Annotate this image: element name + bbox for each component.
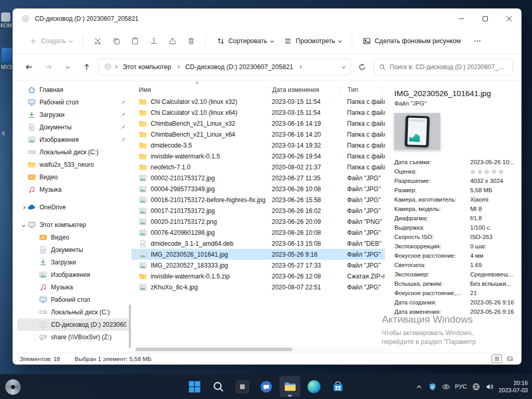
tray-chevron-icon[interactable] <box>415 382 423 391</box>
file-row[interactable]: neofetch-7.1.02020-08-02 21:37Папка с фа… <box>131 162 385 172</box>
taskbar-store-button[interactable] <box>327 376 348 397</box>
file-row[interactable]: invisible-watermark-0.1.52023-06-26 19:5… <box>131 151 385 162</box>
desktop-icon-label: МУЗ <box>1 64 12 70</box>
taskbar-explorer-button[interactable] <box>280 376 300 397</box>
sidebar-item-label: Документы <box>51 246 126 254</box>
file-row[interactable]: invisible-watermark-0.1.5.zip2023-06-26 … <box>131 271 385 282</box>
breadcrumb-separator-icon <box>114 65 117 69</box>
image-icon <box>139 207 147 215</box>
sidebar-item[interactable]: share (\\VBoxSvr) (Z:) <box>17 331 129 343</box>
sidebar-item[interactable]: Видео <box>17 231 129 244</box>
sidebar-item[interactable]: waifu2x_533_neuro <box>17 158 129 171</box>
taskbar-clock[interactable]: 20:16 2023-07-03 <box>499 379 528 394</box>
sidebar-item[interactable]: Этот компьютер <box>17 219 129 231</box>
start-button[interactable] <box>184 376 205 397</box>
file-row[interactable]: zKhuXo_8c-k.jpg2020-08-07 22:51Файл "JPG… <box>131 282 385 292</box>
address-dropdown-icon[interactable] <box>342 65 345 69</box>
file-row[interactable]: ChimbaBench_v21_Linux_x322023-06-16 14:1… <box>131 118 385 129</box>
minimize-button[interactable] <box>449 9 473 29</box>
column-header-date[interactable]: Дата изменения <box>265 86 341 94</box>
share-button[interactable] <box>164 33 181 49</box>
sidebar-scrollbar[interactable] <box>129 304 131 348</box>
file-row[interactable]: Chi Calculator v2.10 (linux x32)2023-03-… <box>131 96 385 107</box>
file-row[interactable]: 00017-2101753172.jpg2023-06-26 16:02Файл… <box>131 205 385 216</box>
file-row[interactable]: 00004-2985773349.jpg2023-06-26 10:08Файл… <box>131 183 385 194</box>
column-header-name[interactable]: Имя <box>131 86 265 94</box>
file-row[interactable]: ChimbaBench_v21_Linux_x642023-06-16 14:2… <box>131 129 385 140</box>
eye-icon[interactable] <box>442 382 450 391</box>
property-row: Разрешение:4032 x 3024 <box>394 176 515 185</box>
sidebar-item[interactable]: CD-дисковод (D:) 20230607_205821 <box>17 318 129 331</box>
file-row[interactable]: IMG_20230527_183333.jpg2023-05-27 17:33Ф… <box>131 260 385 271</box>
security-shield-icon[interactable] <box>428 382 437 391</box>
set-wallpaper-button[interactable]: Сделать фоновым рисунком <box>358 33 466 49</box>
horizontal-scrollbar-thumb[interactable] <box>136 348 292 351</box>
horizontal-scrollbar[interactable] <box>132 347 384 352</box>
taskbar-app-button[interactable] <box>232 376 252 397</box>
taskbar-edge-button[interactable] <box>303 376 324 397</box>
details-pane: IMG_20230526_101641.jpg Файл "JPG" Дата … <box>385 81 521 353</box>
file-row[interactable]: 00076-4209601286.jpg2023-06-26 10:08Файл… <box>131 227 385 238</box>
rename-button[interactable] <box>145 33 163 49</box>
search-box[interactable] <box>374 59 513 75</box>
file-row[interactable]: dmidecode-3.52023-03-14 19:32Папка с фай… <box>131 140 385 151</box>
forward-button[interactable] <box>41 59 56 75</box>
sidebar-item[interactable]: Загрузки <box>17 109 129 121</box>
breadcrumb-item[interactable]: Этот компьютер <box>119 62 174 72</box>
recent-locations-button[interactable] <box>60 59 75 75</box>
sidebar-item[interactable]: Рабочий стол <box>17 294 129 306</box>
breadcrumb-item[interactable]: CD-дисковод (D:) 20230607_205821 <box>182 62 296 72</box>
file-row[interactable]: 00020-2101753172.png2023-06-26 20:09Файл… <box>131 216 385 227</box>
status-bar: Элементов: 18 Выбран 1 элемент: 5,58 МБ <box>13 353 521 364</box>
sidebar-item[interactable]: Музыка <box>17 281 129 294</box>
volume-icon[interactable] <box>485 382 494 391</box>
taskbar-search-button[interactable] <box>208 376 229 397</box>
taskbar-chat-button[interactable] <box>256 376 276 397</box>
column-header-type[interactable]: Тип <box>341 86 382 94</box>
sidebar-item[interactable]: Изображения <box>17 134 129 146</box>
refresh-button[interactable] <box>354 59 370 75</box>
sidebar-item[interactable]: Локальный диск (C:) <box>17 146 129 158</box>
file-row[interactable]: Chi Calculator v2.10 (linux x64)2023-03-… <box>131 107 385 118</box>
sort-button[interactable]: Сортировать <box>212 33 278 49</box>
more-ellipsis-icon <box>473 37 482 45</box>
search-input[interactable] <box>390 63 508 71</box>
details-view-toggle[interactable] <box>491 354 502 363</box>
file-date-modified: 2023-06-27 11:35 <box>265 175 341 182</box>
file-row[interactable]: 00016-2101753172-before-highres-fix.jpg2… <box>131 194 385 205</box>
breadcrumb[interactable]: Этот компьютер CD-дисковод (D:) 20230607… <box>98 59 351 75</box>
sidebar-item[interactable]: Документы <box>17 244 129 256</box>
desktop-icon-fragment[interactable] <box>2 48 12 62</box>
more-options-button[interactable] <box>469 33 486 49</box>
cut-button[interactable] <box>89 33 107 49</box>
sidebar-item[interactable]: OneDrive <box>17 201 129 214</box>
back-button[interactable] <box>21 59 37 75</box>
sidebar-item[interactable]: Документы <box>17 121 129 134</box>
close-button[interactable] <box>497 9 521 29</box>
sidebar-item[interactable]: Изображения <box>17 269 129 281</box>
paste-button[interactable] <box>126 33 144 49</box>
up-button[interactable] <box>79 59 95 75</box>
sidebar-item[interactable]: Загрузки <box>17 256 129 269</box>
sidebar-item[interactable]: Видео <box>17 171 129 183</box>
network-icon[interactable] <box>472 382 481 391</box>
sidebar-item[interactable]: Музыка <box>17 183 129 196</box>
swirl-logo-fragment[interactable] <box>5 379 21 395</box>
window-title: CD-дисковод (D:) 20230607_205821 <box>35 15 139 22</box>
copy-button[interactable] <box>108 33 125 49</box>
language-indicator[interactable]: РУС <box>455 383 467 390</box>
large-icons-view-toggle[interactable] <box>504 354 515 363</box>
delete-button[interactable] <box>182 33 200 49</box>
file-row[interactable]: 00002-2101753172.jpg2023-06-27 11:35Файл… <box>131 172 385 183</box>
sidebar-item[interactable]: Локальный диск (C:) <box>17 306 129 318</box>
file-row[interactable]: IMG_20230526_101641.jpg2023-05-26 9:16Фа… <box>131 249 385 260</box>
file-row[interactable]: dmidecode_3.1-1_amd64.deb2023-06-13 15:0… <box>131 238 385 249</box>
desktop-icon-fragment[interactable] <box>1 12 10 22</box>
sidebar-item[interactable]: Главная <box>17 84 129 96</box>
view-list-icon <box>284 37 292 45</box>
sidebar-item[interactable]: Рабочий стол <box>17 96 129 109</box>
view-button[interactable]: Просмотреть <box>279 33 346 49</box>
new-button[interactable]: Создать <box>24 33 77 49</box>
maximize-button[interactable] <box>473 9 497 29</box>
file-type: Файл "JPG" <box>341 196 385 204</box>
